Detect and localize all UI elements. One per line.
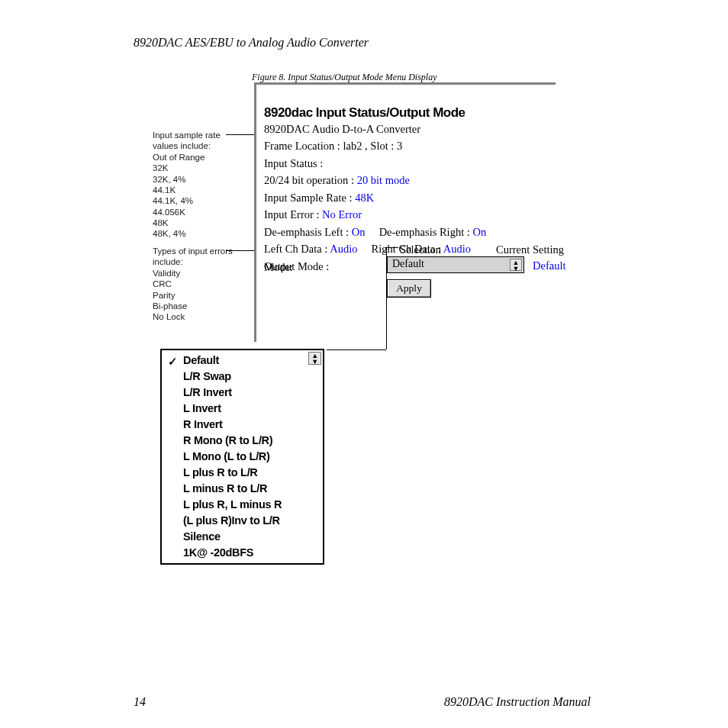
annotation-sample-rates: Input sample rate values include: Out of… [153,130,237,240]
annotation-item: No Lock [153,312,185,321]
annotation-item: Out of Range [153,153,205,162]
menu-item[interactable]: L minus R to L/R [162,481,323,497]
sample-rate-label: Input Sample Rate : [264,192,353,204]
menu-item[interactable]: L Invert [162,401,323,417]
deemph-right-label: De-emphasis Right : [379,226,470,238]
annotation-item: 44.1K [153,185,176,195]
right-ch-value: Audio [443,243,471,255]
annotation-item: 32K [153,163,168,172]
doc-title: 8920DAC AES/EBU to Analog Audio Converte… [134,36,369,50]
annotation-item: Parity [153,291,175,300]
mode-dropdown-value: Default [392,258,424,269]
annotation-item: 44.056K [153,208,185,217]
updown-icon[interactable]: ▲▼ [510,259,522,271]
deemph-right-value: On [472,226,486,238]
menu-item[interactable]: Default✓ [162,353,323,369]
menu-item[interactable]: 1K@ -20dBFS [162,545,323,561]
panel-body: 8920DAC Audio D-to-A Converter Frame Loc… [264,121,486,275]
page-number: 14 [134,695,146,709]
mode-current-value: Default [533,259,565,272]
annotation-item: CRC [153,279,172,288]
frame-location-value: lab2 , Slot : 3 [343,140,402,152]
deemph-left-label: De-emphasis Left : [264,226,349,238]
mode-dropdown-list[interactable]: ▲▼ Default✓L/R SwapL/R InvertL InvertR I… [160,349,324,565]
menu-item[interactable]: R Invert [162,417,323,433]
mode-row-label: Mode: [264,261,293,274]
bit-op-label: 20/24 bit operation : [264,174,354,186]
sample-rate-value: 48K [355,192,374,204]
input-status-label: Input Status : [264,157,323,169]
annotation-lead: Types of input errors include: [153,246,233,266]
figure-caption: Figure 8. Input Status/Output Mode Menu … [252,72,437,83]
annotation-item: 48K, 4% [153,229,185,238]
frame-location-label: Frame Location : [264,140,340,152]
annotation-item: 48K [153,218,168,227]
menu-item[interactable]: L plus R to L/R [162,465,323,481]
annotation-item: 32K, 4% [153,175,185,184]
menu-item[interactable]: L/R Swap [162,369,323,385]
panel-subtitle: 8920DAC Audio D-to-A Converter [264,123,420,135]
annotation-input-errors: Types of input errors include: ValidityC… [153,246,237,323]
deemph-left-value: On [352,226,366,238]
check-icon: ✓ [168,354,178,370]
annotation-item: 44.1K, 4% [153,196,193,205]
menu-item[interactable]: L Mono (L to L/R) [162,449,323,465]
input-error-label: Input Error : [264,208,319,221]
menu-item[interactable]: R Mono (R to L/R) [162,433,323,449]
menu-item[interactable]: Silence [162,529,323,545]
bit-op-value: 20 bit mode [357,174,410,186]
annotation-item: Bi-phase [153,301,187,311]
left-ch-value: Audio [330,243,357,255]
annotation-item: Validity [153,269,180,278]
menu-item[interactable]: L plus R, L minus R [162,497,323,513]
left-ch-label: Left Ch Data : [264,243,327,255]
mode-dropdown[interactable]: Default ▲▼ [387,256,524,273]
menu-item[interactable]: (L plus R)Inv to L/R [162,513,323,529]
menu-item[interactable]: L/R Invert [162,385,323,401]
panel-title: 8920dac Input Status/Output Mode [264,105,465,121]
manual-title-footer: 8920DAC Instruction Manual [444,695,591,709]
annotation-lead: Input sample rate values include: [153,130,221,150]
input-error-value: No Error [322,208,362,221]
apply-button[interactable]: Apply [387,279,431,298]
